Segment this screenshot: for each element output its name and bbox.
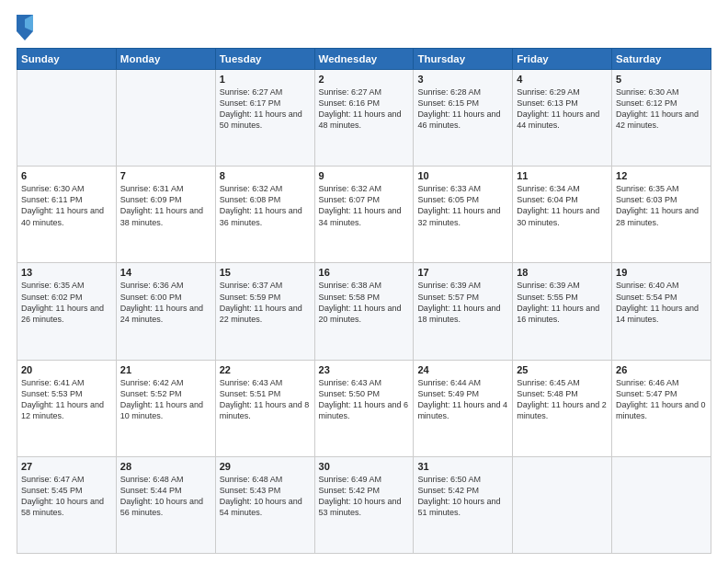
calendar-cell: 31Sunrise: 6:50 AM Sunset: 5:42 PM Dayli…: [414, 456, 513, 553]
day-detail: Sunrise: 6:29 AM Sunset: 6:13 PM Dayligh…: [517, 86, 608, 132]
day-number: 21: [120, 364, 211, 375]
logo: [17, 15, 36, 40]
calendar-cell: [116, 70, 215, 167]
calendar-cell: 29Sunrise: 6:48 AM Sunset: 5:43 PM Dayli…: [215, 456, 314, 553]
day-number: 31: [417, 461, 508, 472]
day-detail: Sunrise: 6:39 AM Sunset: 5:55 PM Dayligh…: [517, 280, 608, 325]
day-number: 1: [220, 74, 311, 85]
calendar: SundayMondayTuesdayWednesdayThursdayFrid…: [17, 48, 711, 554]
calendar-cell: 10Sunrise: 6:33 AM Sunset: 6:05 PM Dayli…: [414, 167, 513, 263]
day-number: 24: [417, 364, 508, 375]
calendar-cell: 28Sunrise: 6:48 AM Sunset: 5:44 PM Dayli…: [116, 456, 215, 553]
calendar-cell: [17, 70, 117, 167]
day-detail: Sunrise: 6:31 AM Sunset: 6:09 PM Dayligh…: [120, 183, 211, 228]
weekday-header-cell: Thursday: [414, 49, 513, 70]
calendar-cell: 7Sunrise: 6:31 AM Sunset: 6:09 PM Daylig…: [116, 167, 215, 263]
calendar-week-row: 13Sunrise: 6:35 AM Sunset: 6:02 PM Dayli…: [17, 263, 711, 360]
calendar-week-row: 1Sunrise: 6:27 AM Sunset: 6:17 PM Daylig…: [17, 70, 711, 167]
day-number: 15: [220, 267, 311, 278]
calendar-cell: 15Sunrise: 6:37 AM Sunset: 5:59 PM Dayli…: [215, 263, 314, 360]
day-number: 6: [21, 170, 112, 181]
calendar-week-row: 6Sunrise: 6:30 AM Sunset: 6:11 PM Daylig…: [17, 167, 711, 263]
day-number: 10: [417, 170, 508, 181]
calendar-cell: 8Sunrise: 6:32 AM Sunset: 6:08 PM Daylig…: [215, 167, 314, 263]
day-detail: Sunrise: 6:32 AM Sunset: 6:08 PM Dayligh…: [220, 183, 311, 228]
calendar-week-row: 27Sunrise: 6:47 AM Sunset: 5:45 PM Dayli…: [17, 456, 711, 553]
day-detail: Sunrise: 6:30 AM Sunset: 6:12 PM Dayligh…: [616, 86, 707, 132]
calendar-cell: 19Sunrise: 6:40 AM Sunset: 5:54 PM Dayli…: [612, 263, 711, 360]
day-number: 4: [517, 74, 608, 85]
day-number: 11: [517, 170, 608, 181]
day-number: 26: [616, 364, 707, 375]
calendar-cell: 25Sunrise: 6:45 AM Sunset: 5:48 PM Dayli…: [513, 360, 612, 456]
weekday-header-cell: Monday: [116, 49, 215, 70]
day-number: 5: [616, 74, 707, 85]
day-detail: Sunrise: 6:33 AM Sunset: 6:05 PM Dayligh…: [417, 183, 508, 228]
day-detail: Sunrise: 6:35 AM Sunset: 6:03 PM Dayligh…: [616, 183, 707, 228]
day-detail: Sunrise: 6:32 AM Sunset: 6:07 PM Dayligh…: [319, 183, 410, 228]
calendar-cell: [513, 456, 612, 553]
calendar-cell: 13Sunrise: 6:35 AM Sunset: 6:02 PM Dayli…: [17, 263, 117, 360]
calendar-cell: 24Sunrise: 6:44 AM Sunset: 5:49 PM Dayli…: [414, 360, 513, 456]
day-number: 18: [517, 267, 608, 278]
calendar-cell: 22Sunrise: 6:43 AM Sunset: 5:51 PM Dayli…: [215, 360, 314, 456]
day-number: 25: [517, 364, 608, 375]
day-number: 19: [616, 267, 707, 278]
day-number: 20: [21, 364, 112, 375]
day-detail: Sunrise: 6:38 AM Sunset: 5:58 PM Dayligh…: [319, 280, 410, 325]
weekday-header-cell: Tuesday: [215, 49, 314, 70]
calendar-cell: 1Sunrise: 6:27 AM Sunset: 6:17 PM Daylig…: [215, 70, 314, 167]
calendar-cell: 26Sunrise: 6:46 AM Sunset: 5:47 PM Dayli…: [612, 360, 711, 456]
calendar-cell: 16Sunrise: 6:38 AM Sunset: 5:58 PM Dayli…: [314, 263, 414, 360]
weekday-header-cell: Friday: [513, 49, 612, 70]
day-number: 30: [319, 461, 410, 472]
calendar-cell: 3Sunrise: 6:28 AM Sunset: 6:15 PM Daylig…: [414, 70, 513, 167]
logo-icon: [17, 15, 33, 40]
day-detail: Sunrise: 6:42 AM Sunset: 5:52 PM Dayligh…: [120, 377, 211, 422]
day-number: 16: [319, 267, 410, 278]
calendar-cell: 14Sunrise: 6:36 AM Sunset: 6:00 PM Dayli…: [116, 263, 215, 360]
weekday-header-cell: Saturday: [612, 49, 711, 70]
day-detail: Sunrise: 6:44 AM Sunset: 5:49 PM Dayligh…: [417, 377, 508, 422]
day-number: 28: [120, 461, 211, 472]
weekday-header-cell: Wednesday: [314, 49, 414, 70]
calendar-cell: [612, 456, 711, 553]
day-detail: Sunrise: 6:43 AM Sunset: 5:51 PM Dayligh…: [220, 377, 311, 422]
calendar-cell: 12Sunrise: 6:35 AM Sunset: 6:03 PM Dayli…: [612, 167, 711, 263]
day-number: 27: [21, 461, 112, 472]
day-number: 8: [220, 170, 311, 181]
day-detail: Sunrise: 6:48 AM Sunset: 5:44 PM Dayligh…: [120, 474, 211, 519]
day-number: 12: [616, 170, 707, 181]
day-number: 29: [220, 461, 311, 472]
day-number: 23: [319, 364, 410, 375]
day-detail: Sunrise: 6:41 AM Sunset: 5:53 PM Dayligh…: [21, 377, 112, 422]
calendar-cell: 18Sunrise: 6:39 AM Sunset: 5:55 PM Dayli…: [513, 263, 612, 360]
day-number: 9: [319, 170, 410, 181]
calendar-cell: 17Sunrise: 6:39 AM Sunset: 5:57 PM Dayli…: [414, 263, 513, 360]
day-number: 2: [319, 74, 410, 85]
calendar-cell: 27Sunrise: 6:47 AM Sunset: 5:45 PM Dayli…: [17, 456, 117, 553]
weekday-header-cell: Sunday: [17, 49, 117, 70]
day-detail: Sunrise: 6:43 AM Sunset: 5:50 PM Dayligh…: [319, 377, 410, 422]
day-detail: Sunrise: 6:48 AM Sunset: 5:43 PM Dayligh…: [220, 474, 311, 519]
header: [17, 15, 711, 40]
weekday-header-row: SundayMondayTuesdayWednesdayThursdayFrid…: [17, 49, 711, 70]
day-detail: Sunrise: 6:34 AM Sunset: 6:04 PM Dayligh…: [517, 183, 608, 228]
day-detail: Sunrise: 6:39 AM Sunset: 5:57 PM Dayligh…: [417, 280, 508, 325]
day-detail: Sunrise: 6:28 AM Sunset: 6:15 PM Dayligh…: [417, 86, 508, 132]
calendar-cell: 30Sunrise: 6:49 AM Sunset: 5:42 PM Dayli…: [314, 456, 414, 553]
day-detail: Sunrise: 6:30 AM Sunset: 6:11 PM Dayligh…: [21, 183, 112, 228]
day-detail: Sunrise: 6:37 AM Sunset: 5:59 PM Dayligh…: [220, 280, 311, 325]
calendar-cell: 6Sunrise: 6:30 AM Sunset: 6:11 PM Daylig…: [17, 167, 117, 263]
day-detail: Sunrise: 6:50 AM Sunset: 5:42 PM Dayligh…: [417, 474, 508, 519]
day-detail: Sunrise: 6:45 AM Sunset: 5:48 PM Dayligh…: [517, 377, 608, 422]
calendar-cell: 9Sunrise: 6:32 AM Sunset: 6:07 PM Daylig…: [314, 167, 414, 263]
day-number: 22: [220, 364, 311, 375]
calendar-cell: 2Sunrise: 6:27 AM Sunset: 6:16 PM Daylig…: [314, 70, 414, 167]
day-number: 13: [21, 267, 112, 278]
calendar-cell: 11Sunrise: 6:34 AM Sunset: 6:04 PM Dayli…: [513, 167, 612, 263]
calendar-cell: 23Sunrise: 6:43 AM Sunset: 5:50 PM Dayli…: [314, 360, 414, 456]
day-detail: Sunrise: 6:47 AM Sunset: 5:45 PM Dayligh…: [21, 474, 112, 519]
day-number: 3: [417, 74, 508, 85]
calendar-cell: 21Sunrise: 6:42 AM Sunset: 5:52 PM Dayli…: [116, 360, 215, 456]
